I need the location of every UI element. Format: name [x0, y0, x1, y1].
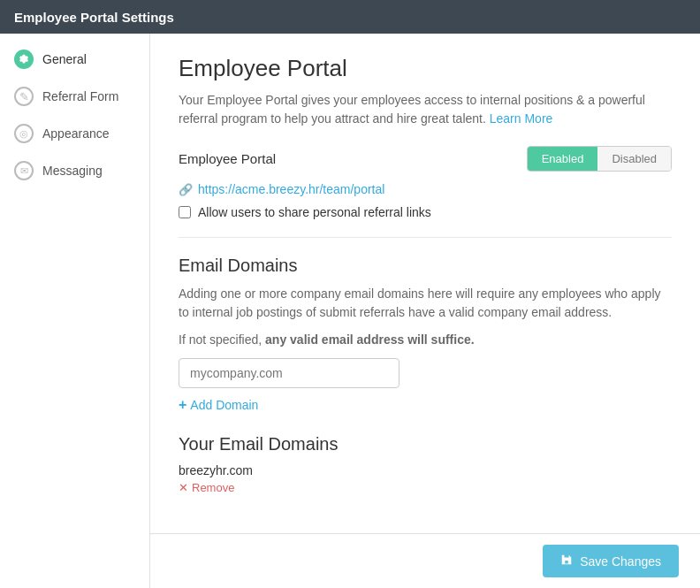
enabled-button[interactable]: Enabled [528, 147, 598, 171]
app-header-title: Employee Portal Settings [14, 10, 174, 25]
email-domains-note: If not specified, any valid email addres… [179, 331, 672, 349]
allow-referral-checkbox[interactable] [179, 206, 191, 218]
allow-referral-row: Allow users to share personal referral l… [179, 205, 672, 219]
portal-url-link[interactable]: https://acme.breezy.hr/team/portal [198, 182, 384, 196]
sidebar-item-referral-form[interactable]: ✎ Referral Form [0, 78, 149, 115]
employee-portal-label: Employee Portal [179, 151, 276, 166]
existing-domain: breezyhr.com [179, 463, 672, 477]
footer-bar: Save Changes [150, 533, 700, 588]
disabled-button[interactable]: Disabled [597, 147, 671, 171]
document-icon: ✎ [14, 87, 34, 106]
sidebar-item-referral-label: Referral Form [42, 89, 118, 103]
learn-more-link[interactable]: Learn More [490, 111, 553, 126]
gear-icon [14, 50, 34, 69]
domain-input[interactable] [179, 358, 399, 388]
sidebar-item-general-label: General [42, 52, 87, 66]
sidebar-item-messaging-label: Messaging [42, 164, 103, 178]
email-domains-desc: Adding one or more company email domains… [179, 285, 672, 322]
sidebar-item-general[interactable]: General [0, 41, 149, 78]
page-description: Your Employee Portal gives your employee… [179, 91, 672, 128]
external-link-icon: 🔗 [179, 183, 193, 196]
message-icon: ✉ [14, 161, 34, 180]
page-title: Employee Portal [179, 55, 672, 82]
portal-toggle-group: Enabled Disabled [527, 146, 672, 172]
sidebar-item-appearance[interactable]: ◎ Appearance [0, 115, 149, 152]
add-domain-button[interactable]: + Add Domain [179, 397, 258, 413]
sidebar-item-appearance-label: Appearance [42, 126, 110, 141]
plus-icon: + [179, 397, 186, 413]
sidebar-item-messaging[interactable]: ✉ Messaging [0, 152, 149, 189]
app-header: Employee Portal Settings [0, 0, 700, 34]
divider-1 [179, 237, 672, 238]
appearance-icon: ◎ [14, 124, 34, 143]
portal-link-row: 🔗 https://acme.breezy.hr/team/portal [179, 182, 672, 196]
your-domains-title: Your Email Domains [179, 434, 672, 454]
times-icon: ✕ [179, 481, 188, 494]
sidebar: General ✎ Referral Form ◎ Appearance ✉ M… [0, 34, 150, 588]
allow-referral-label: Allow users to share personal referral l… [198, 205, 431, 219]
email-domains-title: Email Domains [179, 256, 672, 276]
remove-domain-button[interactable]: ✕ Remove [179, 481, 234, 494]
employee-portal-row: Employee Portal Enabled Disabled [179, 146, 672, 172]
save-icon [560, 554, 573, 569]
save-changes-button[interactable]: Save Changes [543, 545, 679, 577]
main-content: Employee Portal Your Employee Portal giv… [150, 34, 700, 588]
